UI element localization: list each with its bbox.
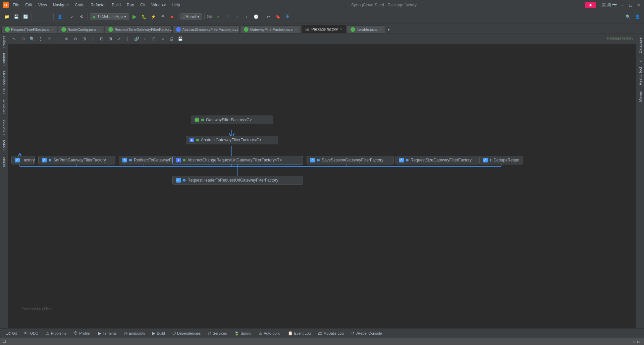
tab-overflow-btn[interactable]: ▾ — [386, 26, 392, 33]
strip-structure[interactable]: Structure — [0, 96, 8, 117]
tab-close-5[interactable]: ✕ — [340, 27, 342, 31]
run-config-dropdown[interactable]: ▶ TkMybatisApp ▾ — [90, 13, 129, 20]
diag-print-btn[interactable]: 🖨 — [168, 35, 175, 43]
diag-pointer-btn[interactable]: ↖ — [11, 35, 18, 43]
tab-close-6[interactable]: ✕ — [379, 28, 381, 31]
diag-filter-btn[interactable]: ⋮ — [37, 35, 44, 43]
right-label-database[interactable]: Database — [637, 35, 644, 56]
search-btn[interactable]: 🔍 — [624, 13, 632, 21]
node-gateway-filter-factory[interactable]: I GatewayFilterFactory<C> — [191, 116, 273, 124]
bottom-tab-dependencies[interactable]: ⬡ Dependencies — [169, 330, 204, 336]
menu-git[interactable]: Git — [138, 2, 148, 8]
menu-help[interactable]: Help — [169, 2, 183, 8]
diag-share-btn[interactable]: ↗ — [115, 35, 123, 43]
menu-navigate[interactable]: Navigate — [50, 2, 71, 8]
tab-6[interactable]: Iterable.java ✕ — [347, 25, 385, 33]
right-label-maven[interactable]: Maven — [637, 88, 644, 105]
profile-btn[interactable]: 👤 — [56, 13, 64, 21]
strip-jrebel[interactable]: JRebel — [0, 137, 8, 154]
git-fetch-btn[interactable]: ↕ — [243, 13, 251, 21]
strip-favorites[interactable]: Favorites — [0, 117, 8, 137]
menu-view[interactable]: View — [36, 2, 50, 8]
node-factory-cutoff[interactable]: C actory — [11, 156, 35, 164]
diag-arrange-btn[interactable]: ≡ — [159, 35, 166, 43]
menu-window[interactable]: Window — [149, 2, 168, 8]
node-request-header-factory[interactable]: C RequestHeaderToRequestUriGatewayFilter… — [172, 176, 303, 185]
tab-close-4[interactable]: ✕ — [294, 28, 297, 31]
minimize-button[interactable]: ─ — [620, 2, 625, 8]
diag-grid-btn[interactable]: ⊞ — [107, 35, 114, 43]
strip-pull-requests[interactable]: Pull Requests — [0, 68, 8, 96]
git-history-btn[interactable]: 🕐 — [252, 13, 260, 21]
tab-close-1[interactable]: ✕ — [98, 28, 100, 31]
node-save-session-factory[interactable]: C SaveSessionGatewayFilterFactory — [307, 156, 394, 164]
tab-2[interactable]: RequestTimeGatewayFilterFactory.java ✕ — [105, 25, 172, 33]
profile-run-btn[interactable]: ⚡ — [149, 13, 157, 21]
bottom-tab-services[interactable]: ◎ Services — [205, 330, 230, 336]
undo-btn[interactable]: ✓ — [68, 13, 76, 21]
forward-btn[interactable]: → — [43, 13, 51, 21]
diag-arrow-r-btn[interactable]: ↔ — [142, 35, 149, 43]
diag-fit-btn[interactable]: ⊞ — [80, 35, 88, 43]
bottom-tab-spring[interactable]: 🍃 Spring — [231, 330, 255, 336]
bottom-tab-event-log[interactable]: 📋 Event Log — [284, 330, 314, 336]
back-btn[interactable]: ← — [34, 13, 42, 21]
bottom-tab-build[interactable]: ▶ Build — [149, 330, 168, 336]
diag-circle-btn[interactable]: ⊙ — [19, 35, 27, 43]
jrebel-dropdown[interactable]: JRebel ▾ — [180, 13, 202, 20]
diag-plus-btn[interactable]: ⊕ — [63, 35, 70, 43]
close-button[interactable]: ✕ — [636, 2, 641, 8]
tab-0[interactable]: RequestTimeFilter.java ✕ — [1, 25, 57, 33]
node-dedupe-respo[interactable]: C DedupeRespo — [479, 156, 523, 164]
bottom-tab-git[interactable]: ⎇ Git — [3, 330, 20, 336]
translate-btn[interactable]: 译 — [283, 13, 291, 21]
bottom-tab-endpoints[interactable]: ◎ Endpoints — [121, 330, 149, 336]
diag-link-btn[interactable]: 🔗 — [133, 35, 140, 43]
revert-btn[interactable]: ↩ — [264, 13, 272, 21]
strip-project[interactable]: Project — [0, 33, 8, 50]
tab-5[interactable]: ⊞ Package factory ✕ — [302, 25, 346, 33]
tab-close-0[interactable]: ✕ — [51, 28, 53, 31]
node-set-path-factory[interactable]: C SetPathGatewayFilterFactory — [38, 156, 115, 164]
menu-edit[interactable]: Edit — [22, 2, 35, 8]
bottom-tab-problems[interactable]: ⚠ Problems — [43, 330, 70, 336]
right-label-m[interactable]: m — [637, 56, 644, 64]
menu-file[interactable]: File — [10, 2, 22, 8]
menu-code[interactable]: Code — [72, 2, 87, 8]
git-pull-btn[interactable]: ↑ — [233, 13, 241, 21]
bottom-tab-terminal[interactable]: ▶ Terminal — [95, 330, 120, 336]
menu-build[interactable]: Build — [109, 2, 123, 8]
diag-export-btn[interactable]: 💾 — [176, 35, 184, 43]
git-push-btn[interactable]: ✓ — [224, 13, 232, 21]
tab-3[interactable]: AbstractGatewayFilterFactory.java ✕ — [172, 25, 239, 33]
sync-btn[interactable]: 🔄 — [21, 13, 30, 21]
menu-refactor[interactable]: Refactor — [88, 2, 108, 8]
tab-4[interactable]: GatewayFilterFactory.java ✕ — [240, 25, 301, 33]
coverage-btn[interactable]: ☂ — [159, 13, 167, 21]
account-btn[interactable]: 👤 — [633, 13, 641, 21]
run-button[interactable]: ▶ — [130, 13, 139, 21]
strip-ucture[interactable]: ucture — [0, 154, 8, 170]
bottom-tab-auto-build[interactable]: ⚠ Auto-build — [255, 330, 284, 336]
bottom-tab-mybatis[interactable]: 🗃 MyBatis Log — [315, 330, 347, 336]
redo-btn[interactable]: ⟲ — [77, 13, 86, 21]
diag-mag-btn[interactable]: 🔍 — [28, 35, 36, 43]
tab-1[interactable]: RouteConfig.java ✕ — [58, 25, 104, 33]
bottom-tab-profiler[interactable]: ⏱ Profiler — [70, 330, 94, 336]
node-request-size-factory[interactable]: C RequestSizeGatewayFilterFactory — [395, 156, 479, 164]
debug-btn[interactable]: 🐛 — [140, 13, 148, 21]
diag-expand-btn[interactable]: ⊟ — [98, 35, 105, 43]
sogou-icon[interactable]: 英 — [585, 2, 596, 8]
node-abstract-change-request-uri[interactable]: A AbstractChangeRequestUriGatewayFilterF… — [172, 156, 303, 164]
diag-minus-btn[interactable]: ⊖ — [72, 35, 79, 43]
git-commit-btn[interactable]: ✓ — [214, 13, 222, 21]
bottom-tab-jrebel-console[interactable]: ↺ JRebel Console — [348, 330, 385, 336]
diag-star-btn[interactable]: ☆ — [46, 35, 53, 43]
stop-btn[interactable]: ■ — [168, 13, 176, 21]
open-btn[interactable]: 📁 — [3, 13, 11, 21]
save-btn[interactable]: 💾 — [12, 13, 20, 21]
node-abstract-gateway-filter-factory[interactable]: A AbstractGatewayFilterFactory<C> — [186, 136, 278, 144]
bottom-tab-todo[interactable]: ≡ TODO — [21, 330, 42, 336]
bookmark-btn[interactable]: 🔖 — [274, 13, 282, 21]
right-label-restfultool[interactable]: RestfulTool — [637, 64, 644, 88]
